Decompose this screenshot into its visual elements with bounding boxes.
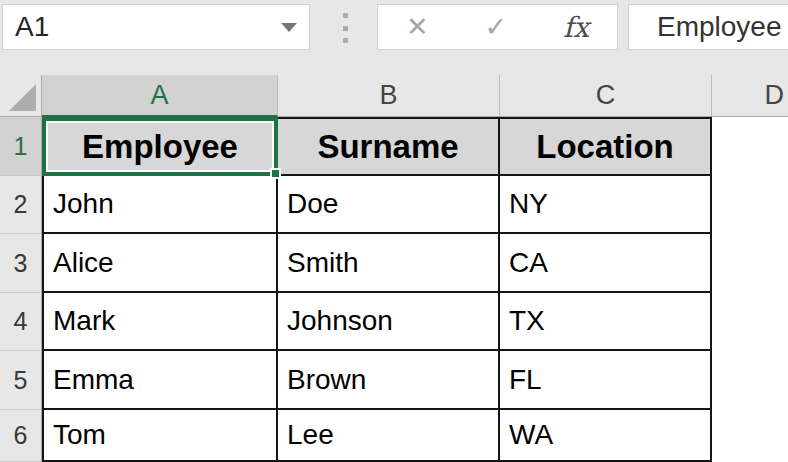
- selection-border: [42, 117, 278, 176]
- name-box-dropdown-button[interactable]: [269, 5, 309, 49]
- cell-D3[interactable]: [712, 234, 788, 293]
- cell-B4[interactable]: Johnson: [278, 293, 500, 351]
- cell-A3[interactable]: Alice: [42, 234, 278, 293]
- cell-A4[interactable]: Mark: [42, 293, 278, 351]
- cell-D6[interactable]: [712, 410, 788, 462]
- formula-buttons-box: ✕ ✓ fx: [377, 4, 618, 50]
- name-box-value: A1: [3, 11, 49, 43]
- cell-C5[interactable]: FL: [500, 351, 712, 410]
- cell-D1[interactable]: [712, 117, 788, 176]
- select-all-button[interactable]: [0, 75, 42, 117]
- name-box[interactable]: A1: [2, 4, 310, 50]
- fill-handle[interactable]: [270, 168, 281, 179]
- row-header-3[interactable]: 3: [0, 234, 42, 293]
- cell-B3[interactable]: Smith: [278, 234, 500, 293]
- excel-window: A1 ✕ ✓ fx Employee ABCD1EmployeeSurnameL…: [0, 0, 788, 462]
- cell-D4[interactable]: [712, 293, 788, 351]
- cell-A5[interactable]: Emma: [42, 351, 278, 410]
- row-header-4[interactable]: 4: [0, 293, 42, 351]
- cell-D2[interactable]: [712, 176, 788, 234]
- column-header-A[interactable]: A: [42, 75, 278, 117]
- select-all-triangle-icon: [9, 84, 36, 111]
- column-header-D[interactable]: D: [712, 75, 788, 117]
- cell-C6[interactable]: WA: [500, 410, 712, 462]
- insert-function-icon[interactable]: fx: [563, 11, 589, 44]
- chevron-down-icon: [281, 23, 297, 32]
- row-header-1[interactable]: 1: [0, 117, 42, 176]
- column-header-B[interactable]: B: [278, 75, 500, 117]
- cell-B6[interactable]: Lee: [278, 410, 500, 462]
- row-header-5[interactable]: 5: [0, 351, 42, 410]
- cell-D5[interactable]: [712, 351, 788, 410]
- sheet-grid: ABCD1EmployeeSurnameLocation2JohnDoeNY3A…: [0, 75, 788, 462]
- cell-B2[interactable]: Doe: [278, 176, 500, 234]
- formula-bar-resize-handle[interactable]: [340, 13, 350, 43]
- column-header-C[interactable]: C: [500, 75, 712, 117]
- row-header-2[interactable]: 2: [0, 176, 42, 234]
- enter-icon[interactable]: ✓: [484, 14, 507, 41]
- formula-bar-row: A1 ✕ ✓ fx Employee: [0, 0, 788, 75]
- cell-A1[interactable]: Employee: [42, 117, 278, 176]
- cell-A2[interactable]: John: [42, 176, 278, 234]
- cell-C4[interactable]: TX: [500, 293, 712, 351]
- cell-C2[interactable]: NY: [500, 176, 712, 234]
- cell-C3[interactable]: CA: [500, 234, 712, 293]
- cell-A6[interactable]: Tom: [42, 410, 278, 462]
- formula-bar-input[interactable]: Employee: [628, 4, 788, 50]
- cancel-icon[interactable]: ✕: [406, 14, 429, 41]
- cell-B5[interactable]: Brown: [278, 351, 500, 410]
- row-header-6[interactable]: 6: [0, 410, 42, 462]
- cell-C1[interactable]: Location: [500, 117, 712, 176]
- cell-B1[interactable]: Surname: [278, 117, 500, 176]
- formula-bar-value: Employee: [629, 11, 782, 43]
